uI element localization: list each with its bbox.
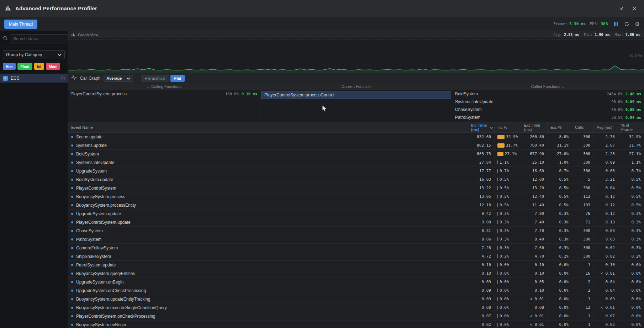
inc-pct-bar — [497, 152, 503, 156]
event-name: BuoyancySystem.onBegin — [76, 322, 126, 327]
called-function-row[interactable]: ChaseSystem50.0%0.05 ms — [452, 106, 644, 113]
collapse-window-icon[interactable] — [617, 4, 626, 13]
called-function-time: 0.05 ms — [625, 107, 641, 112]
table-row[interactable]: PatrolSystem.update0.100.0%0.100.0%10.10… — [68, 261, 644, 269]
filter-chip-mem[interactable]: Mem — [46, 63, 60, 70]
filter-chip-float[interactable]: Float — [17, 63, 32, 70]
header-inc-time[interactable]: Inc Time (ms) — [468, 122, 494, 132]
event-dot-icon — [71, 179, 73, 181]
exc-pct-cell: 0.3% — [547, 218, 572, 226]
table-row[interactable]: Systems.update802.1531.7%780.4031.1%3002… — [68, 141, 644, 150]
flat-button[interactable]: Flat — [170, 75, 185, 82]
inc-pct-cell: 0.5% — [494, 175, 521, 184]
inc-pct-cell: 31.7% — [494, 141, 521, 149]
call-graph-panels: PlayerControlSystem.process 100.0% 0.10 … — [68, 90, 644, 122]
called-function-row[interactable]: Systems.lateUpdate90.0%0.09 ms — [452, 98, 644, 106]
calls-cell: 1 — [572, 321, 593, 328]
sidebar-item-ecs[interactable]: ✓ ECS (1) — [0, 74, 68, 83]
close-window-icon[interactable] — [630, 4, 639, 13]
called-function-pct: 90.0% — [611, 100, 623, 104]
table-row[interactable]: UpgradeSystem.onCheckProcessing0.090.0%0… — [68, 286, 644, 295]
header-inc-pct[interactable]: Inc % — [494, 122, 521, 132]
event-name: Scene.update — [76, 134, 102, 139]
exc-pct-cell: 0.0% — [547, 303, 572, 312]
inc-pct-cell: 0.3% — [494, 244, 521, 252]
filter-chip-hier[interactable]: Hier — [3, 63, 16, 70]
event-name: BuoyancySystem.updateEntityTracking — [76, 297, 150, 302]
table-row[interactable]: ShipShakeSystem4.720.2%4.700.2%3000.020.… — [68, 252, 644, 261]
main-thread-tab[interactable]: Main Thread — [4, 20, 37, 29]
exc-time-cell: 8.40 — [521, 235, 547, 243]
ecs-checkbox[interactable]: ✓ — [3, 76, 8, 81]
event-dot-icon — [71, 255, 73, 258]
event-name: ChaseSystem — [76, 228, 103, 233]
table-row[interactable]: UpgradeSystem.onBegin0.090.0%0.050.0%20.… — [68, 278, 644, 286]
header-event-name[interactable]: Event Name — [68, 122, 468, 132]
refresh-icon[interactable] — [624, 21, 629, 27]
calling-function-row[interactable]: PlayerControlSystem.process 100.0% 0.10 … — [68, 90, 260, 98]
settings-gear-icon[interactable]: ⚙ — [635, 21, 640, 27]
event-dot-icon — [71, 213, 73, 215]
event-dot-icon — [71, 264, 73, 266]
table-row[interactable]: BuoyancySystem.processEntity12.180.5%11.… — [68, 201, 644, 210]
table-row[interactable]: Scene.update832.6032.9%200.808.0%3002.78… — [68, 133, 644, 141]
table-row[interactable]: CameraFollowSystem7.260.3%7.600.3%3000.0… — [68, 244, 644, 252]
current-function-header: Current Function — [260, 83, 452, 90]
calls-cell: 300 — [572, 167, 593, 175]
table-row[interactable]: PlayerControlSystem.update9.080.3%7.400.… — [68, 218, 644, 227]
inc-pct-cell: 32.9% — [494, 133, 521, 141]
inc-pct-cell: 0.3% — [494, 210, 521, 218]
exc-time-cell: 0.10 — [521, 261, 547, 269]
header-exc-time[interactable]: Exc Time (ms) — [521, 122, 547, 132]
group-by-select[interactable]: Group by Category — [3, 50, 65, 59]
called-function-row[interactable]: PatrolSystem38.5%0.04 ms — [452, 113, 644, 121]
header-frame-pct[interactable]: % of Frame — [618, 122, 644, 132]
header-calls[interactable]: Calls — [572, 122, 593, 132]
frame-pct-cell: 1.1% — [618, 158, 644, 166]
exc-time-cell: 11.40 — [521, 201, 547, 209]
inc-pct-bar — [497, 314, 498, 318]
table-row[interactable]: BuoyancySystem.process13.050.5%12.400.5%… — [68, 192, 644, 201]
event-name: UpgradeSystem.update — [76, 211, 121, 216]
avg-cell: 2.67 — [593, 141, 618, 149]
table-row[interactable]: ChaseSystem8.310.3%7.700.3%3000.030.3% — [68, 227, 644, 235]
table-row[interactable]: UpgradeSystem.update9.420.3%7.900.3%760.… — [68, 210, 644, 218]
header-exc-pct[interactable]: Exc % — [547, 122, 572, 132]
event-name: BoidSystem.update — [76, 177, 113, 182]
avg-cell: 0.12 — [593, 192, 618, 201]
exc-pct-cell: 1.0% — [547, 158, 572, 166]
table-row[interactable]: BoidSystem683.7327.1%677.9027.0%3002.282… — [68, 150, 644, 158]
table-row[interactable]: BuoyancySystem.onBegin0.020.0%< 0.010.0%… — [68, 321, 644, 328]
called-function-row[interactable]: BoidSystem2484.6%2.48 ms — [452, 90, 644, 98]
exc-pct-cell: 0.3% — [547, 227, 572, 235]
inc-pct-value: 0.5% — [500, 186, 509, 190]
graph-stats: Avg: 2.83 ms Min: 1.90 ms Max: 7.80 ms — [553, 33, 640, 37]
called-function-time: 0.09 ms — [625, 100, 641, 104]
event-dot-icon — [71, 307, 73, 309]
inc-time-cell: 0.08 — [468, 303, 494, 312]
inc-pct-bar — [497, 160, 498, 164]
table-row[interactable]: UpgradeSystem17.770.7%16.600.7%3000.060.… — [68, 167, 644, 175]
inc-pct-bar — [497, 195, 498, 199]
aggregation-mode-select[interactable]: Average — [104, 75, 133, 82]
table-row[interactable]: PatrolSystem8.060.3%8.400.3%3000.030.3% — [68, 235, 644, 244]
avg-cell: 0.03 — [593, 227, 618, 235]
avg-cell: 0.02 — [593, 321, 618, 328]
pause-icon[interactable] — [614, 21, 618, 27]
filter-chip-int[interactable]: Int — [34, 63, 44, 70]
header-avg[interactable]: Avg (ms) — [593, 122, 618, 132]
hierarchical-button[interactable]: Hierarchical — [141, 75, 169, 82]
search-input[interactable] — [10, 34, 72, 43]
frame-pct-cell: 0.0% — [618, 321, 644, 328]
table-row[interactable]: BuoyancySystem.queryEntities0.100.0%0.10… — [68, 269, 644, 278]
table-row[interactable]: PlayerControlSystem.onCheckProcessing0.0… — [68, 312, 644, 321]
event-name-cell: PlayerControlSystem.update — [68, 218, 468, 226]
called-functions-panel: BoidSystem2484.6%2.48 msSystems.lateUpda… — [452, 90, 644, 122]
table-row[interactable]: BoidSystem.update16.030.5%12.000.5%53.21… — [68, 175, 644, 184]
inc-time-cell: 832.60 — [468, 133, 494, 141]
table-row[interactable]: PlayerControlSystem13.220.5%13.200.5%300… — [68, 184, 644, 192]
table-row[interactable]: BuoyancySystem.executeSingleConditionQue… — [68, 303, 644, 312]
table-row[interactable]: BuoyancySystem.updateEntityTracking0.090… — [68, 295, 644, 303]
current-function-item[interactable]: PlayerControlSystem.processControl — [261, 91, 451, 99]
table-row[interactable]: Systems.lateUpdate27.641.1%25.101.0%3000… — [68, 158, 644, 167]
